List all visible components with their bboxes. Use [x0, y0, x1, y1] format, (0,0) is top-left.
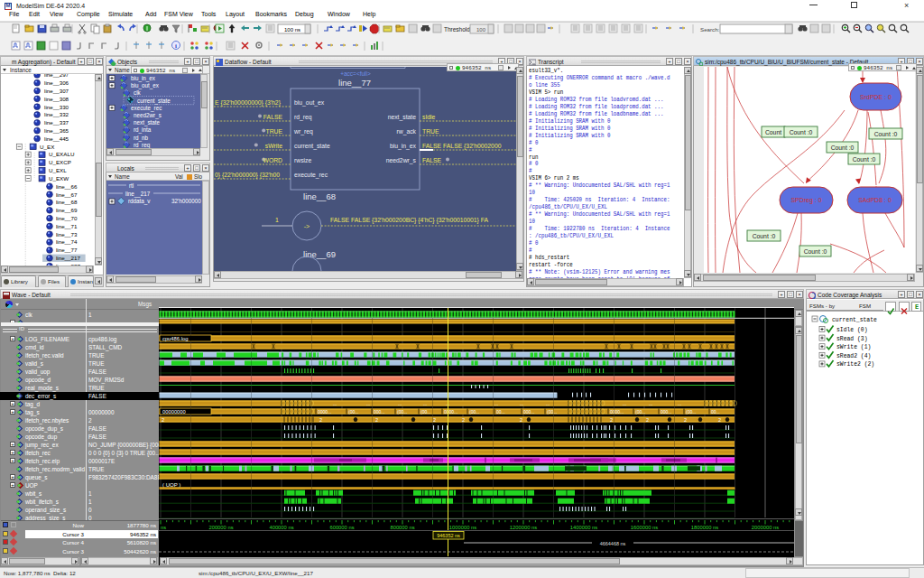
- svg-text:rd_req: rd_req: [134, 142, 151, 148]
- svg-text:biu_in_ex: biu_in_ex: [131, 75, 156, 82]
- svg-text:...: ...: [366, 401, 370, 406]
- svg-text:Count :0: Count :0: [804, 248, 827, 255]
- svg-text:...: ...: [649, 401, 652, 406]
- svg-text:rd_nb: rd_nb: [134, 135, 149, 142]
- svg-text:4664468 ns: 4664468 ns: [600, 541, 626, 546]
- svg-text:WORD: WORD: [263, 157, 282, 163]
- svg-text:FALSE: FALSE: [422, 157, 442, 163]
- svg-text:sWrite: sWrite: [265, 143, 282, 149]
- svg-text:line__77: line__77: [56, 247, 78, 253]
- svg-text:Count :0: Count :0: [831, 144, 855, 151]
- svg-text:00...: 00...: [711, 409, 720, 415]
- svg-text:400000 ns: 400000 ns: [269, 525, 293, 530]
- svg-text:FALSE FALSE {32'h000200BC} {4': FALSE FALSE {32'h000200BC} {4'hC} {32'h0…: [330, 217, 489, 224]
- svg-text:+acc=<full>: +acc=<full>: [340, 70, 371, 77]
- svg-text:U_EXALU: U_EXALU: [49, 151, 75, 157]
- svg-text:line__70: line__70: [56, 215, 78, 221]
- svg-text:sWrite (1): sWrite (1): [836, 344, 871, 350]
- svg-text:2: 2: [319, 417, 322, 423]
- svg-text:100: 100: [476, 27, 486, 33]
- svg-text:execute_rec: execute_rec: [131, 105, 162, 112]
- svg-text:line__77: line__77: [338, 78, 371, 88]
- svg-text:line__69: line__69: [303, 249, 336, 259]
- svg-text:2: 2: [433, 417, 436, 423]
- svg-text:wr_req: wr_req: [293, 128, 313, 135]
- svg-text:2000000 ns: 2000000 ns: [752, 525, 779, 530]
- svg-text:->: ->: [304, 223, 310, 229]
- svg-text:biu_out_ex: biu_out_ex: [131, 82, 160, 89]
- svg-text:946352 ns: 946352 ns: [437, 533, 460, 538]
- svg-text:0000...: 0000...: [444, 409, 457, 415]
- svg-text:(00...: (00...: [547, 409, 557, 415]
- svg-text:(00...: (00...: [397, 409, 407, 415]
- svg-text:cpu486.log: cpu486.log: [162, 336, 188, 341]
- svg-text:32'h000000: 32'h000000: [171, 198, 201, 204]
- svg-text:( UOP ): ( UOP ): [162, 482, 180, 488]
- svg-text:...: ...: [623, 401, 626, 406]
- svg-text:0} {22'h000000} {32'h00: 0} {22'h000000} {32'h00: [215, 172, 280, 179]
- svg-text:00...: 00...: [496, 409, 505, 415]
- svg-text:2: 2: [375, 417, 378, 423]
- svg-text:i: i: [175, 42, 177, 50]
- svg-text:sIdle: sIdle: [422, 114, 436, 120]
- svg-text:rddata_v: rddata_v: [128, 198, 151, 205]
- svg-text:TRUE: TRUE: [265, 128, 282, 135]
- svg-text:000...: 000...: [661, 409, 672, 415]
- svg-text:...: ...: [546, 401, 550, 406]
- svg-text:000...: 000...: [374, 409, 385, 415]
- svg-text:sIdle (0): sIdle (0): [836, 327, 868, 333]
- svg-text:2: 2: [162, 417, 164, 423]
- svg-text:rd_inta: rd_inta: [134, 126, 152, 134]
- svg-text:Count :0: Count :0: [874, 131, 898, 137]
- svg-text:need2wr_s: need2wr_s: [134, 112, 162, 119]
- svg-text:FALSE FALSE {32'h0002000: FALSE FALSE {32'h0002000: [422, 143, 502, 150]
- svg-text:line__74: line__74: [56, 238, 78, 245]
- svg-text:line__445: line__445: [44, 135, 69, 142]
- svg-text:line__68: line__68: [56, 199, 78, 205]
- svg-text:next_state: next_state: [388, 114, 417, 121]
- svg-text:line__68: line__68: [303, 191, 336, 201]
- svg-text:Count: Count: [765, 129, 781, 135]
- svg-text:rwsize: rwsize: [294, 157, 311, 163]
- svg-text:rtl: rtl: [129, 182, 134, 189]
- svg-text:...: ...: [398, 401, 402, 406]
- svg-text:600000 ns: 600000 ns: [329, 525, 354, 530]
- svg-text:(00...: (00...: [469, 409, 479, 415]
- svg-text:rd_req: rd_req: [294, 114, 312, 121]
- svg-text:line__71: line__71: [56, 223, 78, 229]
- svg-text:line__337: line__337: [44, 119, 69, 126]
- svg-text:1400000 ns: 1400000 ns: [570, 525, 597, 530]
- svg-text:1600000 ns: 1600000 ns: [631, 525, 658, 530]
- svg-text:ns: ns: [161, 525, 166, 530]
- svg-text:execute_rec: execute_rec: [294, 172, 328, 179]
- svg-text:100 ns: 100 ns: [284, 27, 300, 33]
- svg-text:(00...: (00...: [348, 409, 358, 415]
- svg-text:(00...: (00...: [420, 409, 430, 415]
- svg-text:Count :0: Count :0: [753, 233, 776, 239]
- svg-text:sRead2 (4): sRead2 (4): [836, 353, 871, 359]
- svg-text:200000 ns: 200000 ns: [208, 525, 233, 530]
- svg-text:line__217: line__217: [56, 255, 81, 261]
- svg-text:1000000 ns: 1000000 ns: [449, 525, 476, 530]
- svg-text:...: ...: [678, 401, 681, 406]
- svg-text:TRUE: TRUE: [422, 128, 439, 135]
- svg-text:2: 2: [684, 417, 687, 423]
- svg-text:U_EXL: U_EXL: [49, 167, 67, 173]
- svg-text:...: ...: [423, 401, 427, 406]
- svg-text:SAdPD8 : 0: SAdPD8 : 0: [858, 197, 892, 203]
- svg-text:sRead (3): sRead (3): [836, 336, 868, 342]
- svg-text:...: ...: [333, 401, 337, 406]
- svg-text:biu_in_ex: biu_in_ex: [390, 143, 417, 150]
- svg-text:SPDreg : 0: SPDreg : 0: [790, 197, 821, 204]
- svg-text:800000 ns: 800000 ns: [390, 525, 414, 530]
- svg-text:line__73: line__73: [56, 231, 78, 238]
- svg-text:E {32'h00000000} {3'h2}: E {32'h00000000} {3'h2}: [215, 99, 282, 107]
- svg-text:rw_ack: rw_ack: [396, 128, 416, 135]
- svg-text:SrdPDE : 0: SrdPDE : 0: [860, 94, 892, 100]
- svg-text:00000000: 00000000: [162, 409, 186, 415]
- svg-text:000...: 000...: [523, 409, 535, 415]
- svg-text:line__307: line__307: [44, 88, 69, 94]
- svg-text:Count :0: Count :0: [790, 129, 813, 135]
- svg-text:sWrite2 (2): sWrite2 (2): [836, 361, 874, 368]
- svg-text:...: ...: [520, 401, 523, 406]
